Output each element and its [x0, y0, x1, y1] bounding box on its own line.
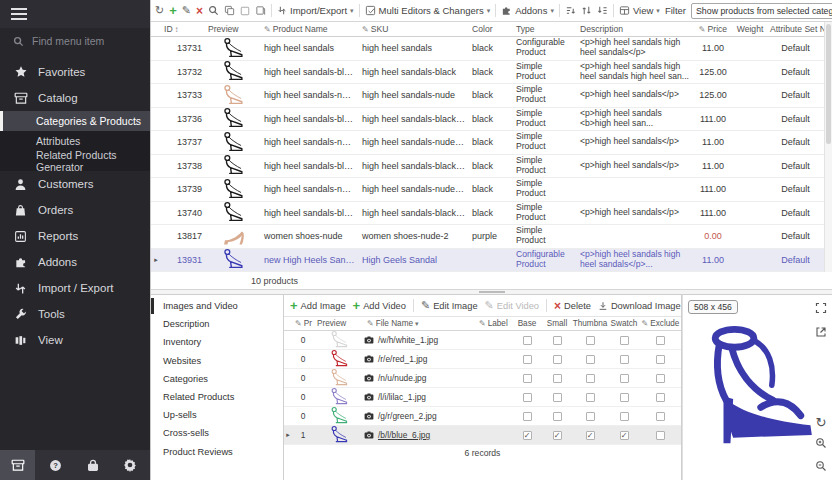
sidebar-item-orders[interactable]: Orders: [0, 197, 150, 223]
base-checkbox[interactable]: [523, 374, 532, 383]
base-checkbox[interactable]: [523, 336, 532, 345]
small-checkbox[interactable]: ✓: [553, 431, 562, 440]
column-header-color[interactable]: Color: [469, 24, 513, 34]
tab-images-and-video[interactable]: Images and Video: [151, 297, 283, 315]
select-button[interactable]: [240, 6, 250, 16]
lock-icon[interactable]: [75, 450, 110, 480]
product-row[interactable]: 13739high heel sandals-nude-37high heel …: [151, 178, 824, 202]
sidebar-item-reports[interactable]: Reports: [0, 223, 150, 249]
sidebar-item-categories-products[interactable]: Categories & Products: [0, 111, 150, 131]
column-header-label[interactable]: ✎Label: [476, 319, 512, 328]
product-row[interactable]: 13738high heel sandals-black-37high heel…: [151, 155, 824, 179]
fullscreen-icon[interactable]: [815, 300, 827, 318]
thumbnail-checkbox[interactable]: ✓: [586, 431, 595, 440]
column-header-id[interactable]: ID↕: [161, 24, 205, 34]
delete-image-button[interactable]: ×Delete: [554, 300, 591, 312]
add-image-button[interactable]: +Add Image: [290, 299, 346, 312]
product-row[interactable]: 13737high heel sandals-nude-36high heel …: [151, 131, 824, 155]
image-row[interactable]: 0/r/e/red_1.jpg: [284, 350, 681, 369]
swatch-checkbox[interactable]: [620, 412, 629, 421]
sidebar-search[interactable]: Find menu item: [0, 28, 150, 54]
edit-video-button[interactable]: ✎Edit Video: [485, 300, 539, 311]
hamburger-menu-icon[interactable]: [11, 8, 27, 20]
base-checkbox[interactable]: ✓: [523, 431, 532, 440]
swatch-checkbox[interactable]: [620, 393, 629, 402]
import-export-menu[interactable]: Import/Export▾: [277, 5, 354, 16]
open-external-icon[interactable]: [815, 324, 827, 342]
small-checkbox[interactable]: [553, 355, 562, 364]
tab-product-reviews[interactable]: Product Reviews: [151, 443, 283, 461]
image-row[interactable]: ▸1/b/l/blue_6.jpg✓✓✓✓: [284, 426, 681, 445]
column-header-base[interactable]: Base: [512, 319, 542, 328]
column-header-price[interactable]: ✎Price: [693, 24, 733, 34]
column-header-thumbna[interactable]: Thumbna: [572, 319, 608, 328]
sort-button[interactable]: [565, 5, 576, 16]
product-row[interactable]: 13740high heel sandals-black-38high heel…: [151, 202, 824, 226]
exclude-checkbox[interactable]: [656, 393, 665, 402]
base-checkbox[interactable]: [523, 412, 532, 421]
sidebar-item-related-products-generator[interactable]: Related Products Generator: [0, 151, 150, 171]
base-checkbox[interactable]: [523, 393, 532, 402]
sidebar-item-addons[interactable]: Addons: [0, 249, 150, 275]
add-video-button[interactable]: +Add Video: [353, 299, 406, 312]
column-header-sku[interactable]: ✎SKU: [359, 24, 469, 34]
thumbnail-checkbox[interactable]: [586, 374, 595, 383]
column-header-preview[interactable]: Preview: [205, 24, 261, 34]
product-row[interactable]: 13736high heel sandals-black-36high heel…: [151, 108, 824, 132]
small-checkbox[interactable]: [553, 412, 562, 421]
swatch-checkbox[interactable]: [620, 336, 629, 345]
column-header-file-name[interactable]: ✎File Name▾: [364, 319, 476, 328]
column-header-type[interactable]: Type: [513, 24, 577, 34]
image-row[interactable]: 0/w/h/white_1.jpg: [284, 331, 681, 350]
column-header-description[interactable]: Description: [577, 24, 693, 34]
exclude-checkbox[interactable]: [656, 374, 665, 383]
thumbnail-checkbox[interactable]: [586, 393, 595, 402]
product-row[interactable]: ▸13931new High Heels SandalsHigh Geels S…: [151, 249, 824, 273]
small-checkbox[interactable]: [553, 374, 562, 383]
image-row[interactable]: 0/g/r/green_2.jpg: [284, 407, 681, 426]
tab-cross-sells[interactable]: Cross-sells: [151, 424, 283, 442]
column-header-weight[interactable]: Weight: [733, 24, 767, 34]
rotate-icon[interactable]: ↻: [816, 415, 827, 430]
paste-button[interactable]: [255, 5, 266, 16]
edit-image-button[interactable]: ✎Edit Image: [421, 300, 478, 311]
edit-product-button[interactable]: ✎: [182, 5, 191, 16]
product-row[interactable]: 13732high heel sandals-blackhigh heel sa…: [151, 61, 824, 85]
column-order-button[interactable]: [597, 5, 608, 16]
swatch-checkbox[interactable]: [620, 355, 629, 364]
delete-product-button[interactable]: ×: [196, 5, 203, 17]
store-icon[interactable]: [0, 450, 35, 480]
image-row[interactable]: 0/n/u/nude.jpg: [284, 369, 681, 388]
refresh-button[interactable]: ↻: [155, 5, 164, 16]
column-header-swatch[interactable]: Swatch: [608, 319, 640, 328]
tab-up-sells[interactable]: Up-sells: [151, 406, 283, 424]
download-image-button[interactable]: Download Image: [598, 301, 681, 311]
sidebar-item-favorites[interactable]: Favorites: [0, 59, 150, 85]
thumbnail-checkbox[interactable]: [586, 336, 595, 345]
sidebar-item-import-export[interactable]: Import / Export: [0, 275, 150, 301]
sidebar-item-catalog[interactable]: Catalog: [0, 85, 150, 111]
gear-icon[interactable]: [113, 450, 148, 480]
tab-related-products[interactable]: Related Products: [151, 388, 283, 406]
swatch-checkbox[interactable]: [620, 374, 629, 383]
tab-description[interactable]: Description: [151, 315, 283, 333]
add-product-button[interactable]: +: [169, 4, 177, 17]
thumbnail-checkbox[interactable]: [586, 412, 595, 421]
small-checkbox[interactable]: [553, 336, 562, 345]
exclude-checkbox[interactable]: [656, 431, 665, 440]
zoom-out-icon[interactable]: [815, 458, 827, 476]
multi-editors-menu[interactable]: Multi Editors & Changers▾: [365, 5, 491, 16]
tab-websites[interactable]: Websites: [151, 352, 283, 370]
search-products-button[interactable]: [208, 5, 219, 16]
filter-select[interactable]: Show products from selected categories ▾: [691, 3, 832, 19]
column-header-product-name[interactable]: ✎Product Name: [261, 24, 359, 34]
vertical-scrollbar[interactable]: [824, 22, 832, 272]
column-header-pr[interactable]: ✎Pr: [292, 319, 314, 328]
product-row[interactable]: 13817women shoes-nudewomen shoes-nude-2p…: [151, 225, 824, 249]
thumbnail-checkbox[interactable]: [586, 355, 595, 364]
column-header-exclude[interactable]: ✎Exclude: [640, 319, 681, 328]
column-header-small[interactable]: Small: [542, 319, 572, 328]
sidebar-item-view[interactable]: View: [0, 327, 150, 353]
expand-rows-button[interactable]: [581, 5, 592, 16]
column-header-attribute-set-name[interactable]: Attribute Set Name: [767, 24, 824, 34]
